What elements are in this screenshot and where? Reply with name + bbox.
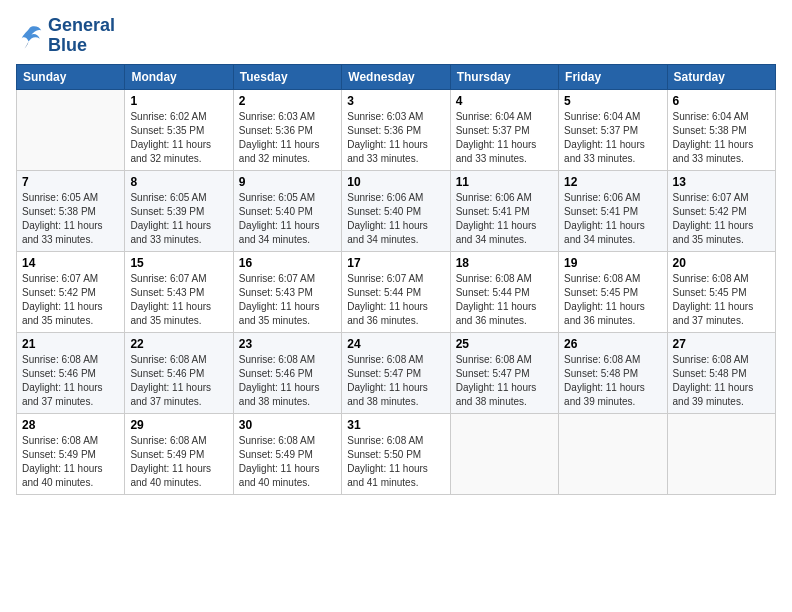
calendar-cell: 3Sunrise: 6:03 AMSunset: 5:36 PMDaylight… bbox=[342, 89, 450, 170]
day-info: Sunrise: 6:08 AMSunset: 5:49 PMDaylight:… bbox=[22, 434, 119, 490]
day-info: Sunrise: 6:04 AMSunset: 5:38 PMDaylight:… bbox=[673, 110, 770, 166]
day-number: 11 bbox=[456, 175, 553, 189]
calendar-cell: 26Sunrise: 6:08 AMSunset: 5:48 PMDayligh… bbox=[559, 332, 667, 413]
day-number: 27 bbox=[673, 337, 770, 351]
day-number: 26 bbox=[564, 337, 661, 351]
day-number: 6 bbox=[673, 94, 770, 108]
day-number: 20 bbox=[673, 256, 770, 270]
day-number: 19 bbox=[564, 256, 661, 270]
calendar-cell: 4Sunrise: 6:04 AMSunset: 5:37 PMDaylight… bbox=[450, 89, 558, 170]
calendar-cell bbox=[17, 89, 125, 170]
calendar-cell: 1Sunrise: 6:02 AMSunset: 5:35 PMDaylight… bbox=[125, 89, 233, 170]
day-number: 2 bbox=[239, 94, 336, 108]
day-info: Sunrise: 6:08 AMSunset: 5:48 PMDaylight:… bbox=[564, 353, 661, 409]
day-info: Sunrise: 6:03 AMSunset: 5:36 PMDaylight:… bbox=[239, 110, 336, 166]
calendar-cell: 11Sunrise: 6:06 AMSunset: 5:41 PMDayligh… bbox=[450, 170, 558, 251]
day-info: Sunrise: 6:06 AMSunset: 5:41 PMDaylight:… bbox=[456, 191, 553, 247]
day-number: 30 bbox=[239, 418, 336, 432]
page-header: General Blue bbox=[16, 16, 776, 56]
weekday-header-wednesday: Wednesday bbox=[342, 64, 450, 89]
day-info: Sunrise: 6:08 AMSunset: 5:47 PMDaylight:… bbox=[347, 353, 444, 409]
calendar-cell: 20Sunrise: 6:08 AMSunset: 5:45 PMDayligh… bbox=[667, 251, 775, 332]
day-number: 8 bbox=[130, 175, 227, 189]
day-info: Sunrise: 6:08 AMSunset: 5:50 PMDaylight:… bbox=[347, 434, 444, 490]
weekday-header-row: SundayMondayTuesdayWednesdayThursdayFrid… bbox=[17, 64, 776, 89]
weekday-header-friday: Friday bbox=[559, 64, 667, 89]
day-number: 23 bbox=[239, 337, 336, 351]
weekday-header-saturday: Saturday bbox=[667, 64, 775, 89]
calendar-week-row: 14Sunrise: 6:07 AMSunset: 5:42 PMDayligh… bbox=[17, 251, 776, 332]
day-number: 18 bbox=[456, 256, 553, 270]
calendar-cell: 31Sunrise: 6:08 AMSunset: 5:50 PMDayligh… bbox=[342, 413, 450, 494]
logo: General Blue bbox=[16, 16, 115, 56]
calendar-cell: 5Sunrise: 6:04 AMSunset: 5:37 PMDaylight… bbox=[559, 89, 667, 170]
calendar-table: SundayMondayTuesdayWednesdayThursdayFrid… bbox=[16, 64, 776, 495]
calendar-cell bbox=[450, 413, 558, 494]
calendar-cell: 27Sunrise: 6:08 AMSunset: 5:48 PMDayligh… bbox=[667, 332, 775, 413]
weekday-header-sunday: Sunday bbox=[17, 64, 125, 89]
day-number: 29 bbox=[130, 418, 227, 432]
calendar-cell: 23Sunrise: 6:08 AMSunset: 5:46 PMDayligh… bbox=[233, 332, 341, 413]
day-info: Sunrise: 6:04 AMSunset: 5:37 PMDaylight:… bbox=[456, 110, 553, 166]
calendar-cell: 16Sunrise: 6:07 AMSunset: 5:43 PMDayligh… bbox=[233, 251, 341, 332]
day-number: 1 bbox=[130, 94, 227, 108]
day-number: 3 bbox=[347, 94, 444, 108]
day-info: Sunrise: 6:07 AMSunset: 5:43 PMDaylight:… bbox=[239, 272, 336, 328]
day-info: Sunrise: 6:08 AMSunset: 5:45 PMDaylight:… bbox=[673, 272, 770, 328]
calendar-cell: 24Sunrise: 6:08 AMSunset: 5:47 PMDayligh… bbox=[342, 332, 450, 413]
calendar-cell: 7Sunrise: 6:05 AMSunset: 5:38 PMDaylight… bbox=[17, 170, 125, 251]
weekday-header-tuesday: Tuesday bbox=[233, 64, 341, 89]
day-info: Sunrise: 6:08 AMSunset: 5:46 PMDaylight:… bbox=[239, 353, 336, 409]
calendar-cell: 18Sunrise: 6:08 AMSunset: 5:44 PMDayligh… bbox=[450, 251, 558, 332]
day-info: Sunrise: 6:08 AMSunset: 5:44 PMDaylight:… bbox=[456, 272, 553, 328]
day-info: Sunrise: 6:08 AMSunset: 5:47 PMDaylight:… bbox=[456, 353, 553, 409]
day-number: 31 bbox=[347, 418, 444, 432]
day-number: 14 bbox=[22, 256, 119, 270]
calendar-week-row: 28Sunrise: 6:08 AMSunset: 5:49 PMDayligh… bbox=[17, 413, 776, 494]
day-info: Sunrise: 6:04 AMSunset: 5:37 PMDaylight:… bbox=[564, 110, 661, 166]
day-info: Sunrise: 6:08 AMSunset: 5:49 PMDaylight:… bbox=[130, 434, 227, 490]
day-info: Sunrise: 6:05 AMSunset: 5:40 PMDaylight:… bbox=[239, 191, 336, 247]
day-info: Sunrise: 6:03 AMSunset: 5:36 PMDaylight:… bbox=[347, 110, 444, 166]
calendar-cell: 28Sunrise: 6:08 AMSunset: 5:49 PMDayligh… bbox=[17, 413, 125, 494]
logo-icon bbox=[16, 22, 44, 50]
day-info: Sunrise: 6:08 AMSunset: 5:46 PMDaylight:… bbox=[130, 353, 227, 409]
day-info: Sunrise: 6:05 AMSunset: 5:39 PMDaylight:… bbox=[130, 191, 227, 247]
calendar-week-row: 1Sunrise: 6:02 AMSunset: 5:35 PMDaylight… bbox=[17, 89, 776, 170]
calendar-cell: 22Sunrise: 6:08 AMSunset: 5:46 PMDayligh… bbox=[125, 332, 233, 413]
calendar-cell: 6Sunrise: 6:04 AMSunset: 5:38 PMDaylight… bbox=[667, 89, 775, 170]
day-number: 15 bbox=[130, 256, 227, 270]
day-number: 5 bbox=[564, 94, 661, 108]
day-info: Sunrise: 6:08 AMSunset: 5:45 PMDaylight:… bbox=[564, 272, 661, 328]
calendar-cell: 8Sunrise: 6:05 AMSunset: 5:39 PMDaylight… bbox=[125, 170, 233, 251]
day-number: 13 bbox=[673, 175, 770, 189]
calendar-cell: 10Sunrise: 6:06 AMSunset: 5:40 PMDayligh… bbox=[342, 170, 450, 251]
day-number: 10 bbox=[347, 175, 444, 189]
day-number: 25 bbox=[456, 337, 553, 351]
calendar-cell: 2Sunrise: 6:03 AMSunset: 5:36 PMDaylight… bbox=[233, 89, 341, 170]
calendar-cell: 30Sunrise: 6:08 AMSunset: 5:49 PMDayligh… bbox=[233, 413, 341, 494]
day-info: Sunrise: 6:08 AMSunset: 5:48 PMDaylight:… bbox=[673, 353, 770, 409]
day-number: 7 bbox=[22, 175, 119, 189]
calendar-cell: 13Sunrise: 6:07 AMSunset: 5:42 PMDayligh… bbox=[667, 170, 775, 251]
day-number: 28 bbox=[22, 418, 119, 432]
calendar-week-row: 7Sunrise: 6:05 AMSunset: 5:38 PMDaylight… bbox=[17, 170, 776, 251]
calendar-cell bbox=[667, 413, 775, 494]
day-info: Sunrise: 6:02 AMSunset: 5:35 PMDaylight:… bbox=[130, 110, 227, 166]
calendar-cell: 12Sunrise: 6:06 AMSunset: 5:41 PMDayligh… bbox=[559, 170, 667, 251]
day-number: 21 bbox=[22, 337, 119, 351]
calendar-cell bbox=[559, 413, 667, 494]
day-number: 16 bbox=[239, 256, 336, 270]
calendar-cell: 19Sunrise: 6:08 AMSunset: 5:45 PMDayligh… bbox=[559, 251, 667, 332]
day-info: Sunrise: 6:08 AMSunset: 5:46 PMDaylight:… bbox=[22, 353, 119, 409]
day-info: Sunrise: 6:07 AMSunset: 5:42 PMDaylight:… bbox=[673, 191, 770, 247]
day-info: Sunrise: 6:07 AMSunset: 5:44 PMDaylight:… bbox=[347, 272, 444, 328]
calendar-cell: 15Sunrise: 6:07 AMSunset: 5:43 PMDayligh… bbox=[125, 251, 233, 332]
calendar-week-row: 21Sunrise: 6:08 AMSunset: 5:46 PMDayligh… bbox=[17, 332, 776, 413]
day-info: Sunrise: 6:05 AMSunset: 5:38 PMDaylight:… bbox=[22, 191, 119, 247]
day-info: Sunrise: 6:08 AMSunset: 5:49 PMDaylight:… bbox=[239, 434, 336, 490]
day-info: Sunrise: 6:07 AMSunset: 5:42 PMDaylight:… bbox=[22, 272, 119, 328]
calendar-cell: 25Sunrise: 6:08 AMSunset: 5:47 PMDayligh… bbox=[450, 332, 558, 413]
day-info: Sunrise: 6:06 AMSunset: 5:41 PMDaylight:… bbox=[564, 191, 661, 247]
calendar-cell: 17Sunrise: 6:07 AMSunset: 5:44 PMDayligh… bbox=[342, 251, 450, 332]
